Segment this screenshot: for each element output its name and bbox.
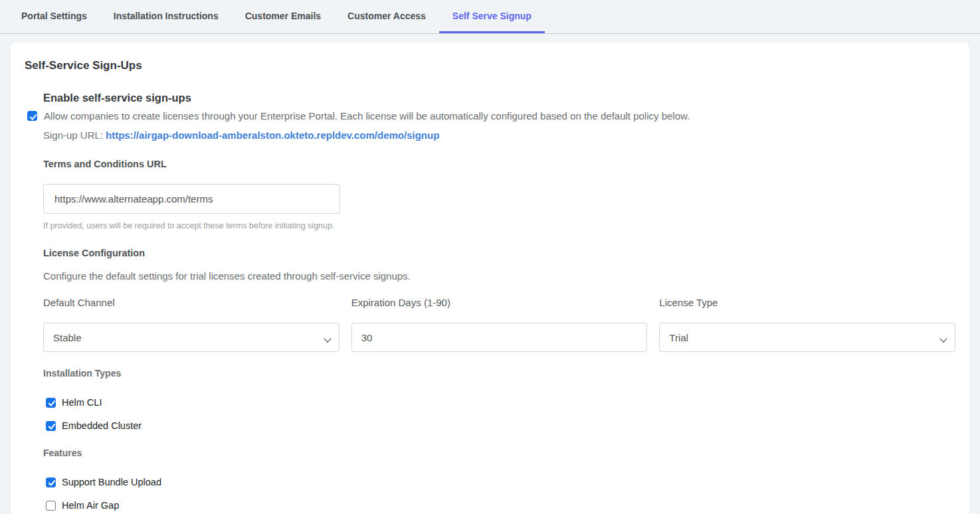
enable-signups-description: Allow companies to create licenses throu… (44, 110, 690, 123)
signup-url-line: Sign-up URL:https://airgap-download-ambe… (43, 129, 955, 142)
expiration-days-field: Expiration Days (1-90) (351, 296, 648, 352)
installation-types-label: Installation Types (43, 367, 955, 379)
embedded-cluster-label[interactable]: Embedded Cluster (62, 420, 142, 432)
embedded-cluster-checkbox[interactable] (46, 421, 56, 431)
installation-type-embedded-cluster: Embedded Cluster (46, 420, 955, 432)
terms-url-input[interactable] (43, 184, 340, 214)
tab-self-serve-signup[interactable]: Self Serve Signup (439, 0, 545, 33)
feature-support-bundle-upload: Support Bundle Upload (46, 476, 955, 488)
license-configuration-heading: License Configuration (43, 247, 955, 260)
self-serve-signup-panel: Self-Service Sign-Ups Enable self-servic… (11, 43, 969, 514)
support-bundle-upload-label[interactable]: Support Bundle Upload (62, 476, 161, 488)
terms-url-label: Terms and Conditions URL (43, 158, 955, 171)
installation-type-helm-cli: Helm CLI (46, 396, 955, 408)
helm-air-gap-checkbox[interactable] (46, 501, 56, 511)
default-channel-label: Default Channel (43, 296, 340, 309)
enable-signups-heading: Enable self-service sign-ups (43, 91, 955, 105)
tab-installation-instructions[interactable]: Installation Instructions (100, 0, 232, 33)
tab-portal-settings[interactable]: Portal Settings (8, 0, 100, 33)
feature-helm-air-gap: Helm Air Gap (46, 499, 955, 511)
features-label: Features (43, 447, 955, 459)
license-type-field: License Type Trial (659, 296, 955, 352)
tab-customer-access[interactable]: Customer Access (334, 0, 439, 33)
page-title: Self-Service Sign-Ups (25, 58, 955, 73)
enable-signups-checkbox[interactable] (27, 111, 37, 121)
default-channel-select[interactable]: Stable (43, 323, 340, 352)
license-configuration-description: Configure the default settings for trial… (43, 270, 955, 283)
helm-cli-label[interactable]: Helm CLI (62, 396, 102, 408)
license-fields-row: Default Channel Stable Expiration Days (… (43, 296, 955, 352)
features-list: Support Bundle Upload Helm Air Gap (46, 476, 955, 511)
enable-signups-row: Allow companies to create licenses throu… (43, 110, 955, 123)
support-bundle-upload-checkbox[interactable] (46, 477, 56, 487)
license-type-select[interactable]: Trial (659, 323, 955, 352)
signup-url-label: Sign-up URL: (43, 129, 103, 141)
settings-tab-bar: Portal Settings Installation Instruction… (0, 0, 980, 34)
installation-types-list: Helm CLI Embedded Cluster (46, 396, 955, 432)
license-type-label: License Type (659, 296, 955, 309)
helm-cli-checkbox[interactable] (46, 398, 56, 408)
expiration-days-label: Expiration Days (1-90) (351, 296, 648, 309)
default-channel-field: Default Channel Stable (43, 296, 340, 352)
tab-customer-emails[interactable]: Customer Emails (232, 0, 334, 33)
signup-url-link[interactable]: https://airgap-download-amberalston.okte… (106, 129, 439, 141)
terms-url-helper: If provided, users will be required to a… (43, 220, 955, 231)
helm-air-gap-label[interactable]: Helm Air Gap (62, 499, 119, 511)
expiration-days-input[interactable] (351, 323, 648, 352)
